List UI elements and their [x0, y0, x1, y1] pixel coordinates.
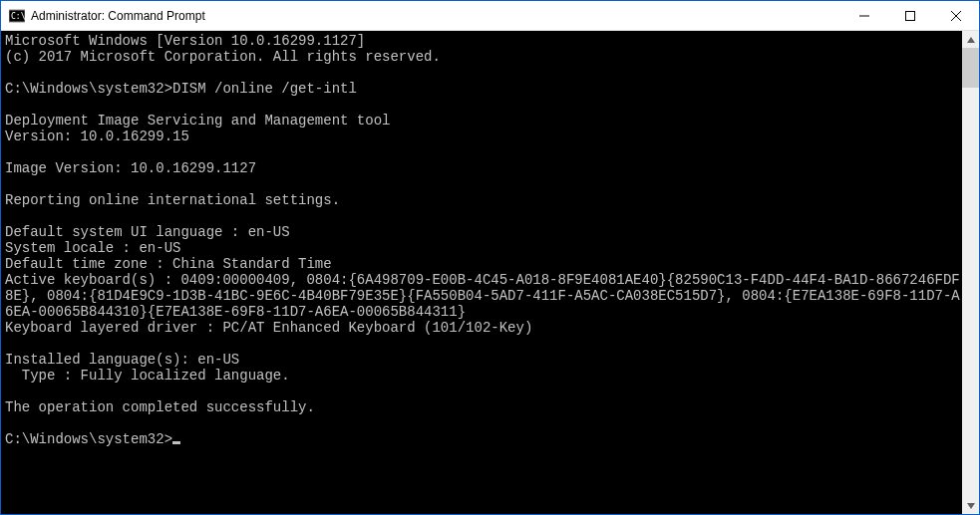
maximize-button[interactable]: [887, 1, 933, 30]
output-line: Reporting online international settings.: [5, 192, 340, 208]
output-line: Type : Fully localized language.: [5, 368, 290, 384]
content-area: Microsoft Windows [Version 10.0.16299.11…: [1, 31, 979, 514]
scroll-thumb[interactable]: [962, 48, 979, 88]
output-line: The operation completed successfully.: [5, 399, 315, 415]
svg-marker-6: [967, 37, 975, 43]
window-titlebar[interactable]: C:\ Administrator: Command Prompt: [1, 1, 979, 31]
prompt-path: C:\Windows\system32>: [5, 81, 172, 97]
output-line: System locale : en-US: [5, 240, 180, 256]
output-line: Default system UI language : en-US: [5, 224, 290, 240]
window-title: Administrator: Command Prompt: [31, 9, 841, 23]
window-controls: [841, 1, 979, 30]
svg-rect-3: [906, 11, 915, 20]
output-line: (c) 2017 Microsoft Corporation. All righ…: [5, 49, 441, 65]
command-input: DISM /online /get-intl: [172, 81, 357, 97]
svg-text:C:\: C:\: [11, 12, 25, 21]
output-line: Deployment Image Servicing and Managemen…: [5, 113, 390, 129]
prompt-path: C:\Windows\system32>: [5, 431, 172, 447]
close-button[interactable]: [933, 1, 979, 30]
output-line: Keyboard layered driver : PC/AT Enhanced…: [5, 320, 532, 336]
output-line: Image Version: 10.0.16299.1127: [5, 160, 256, 176]
terminal-output[interactable]: Microsoft Windows [Version 10.0.16299.11…: [1, 31, 962, 514]
scroll-up-button[interactable]: [962, 31, 979, 48]
output-line: Default time zone : China Standard Time: [5, 256, 332, 272]
terminal-cursor: [172, 441, 180, 444]
scroll-down-button[interactable]: [962, 497, 979, 514]
minimize-button[interactable]: [841, 1, 887, 30]
output-line: Version: 10.0.16299.15: [5, 129, 189, 144]
output-line: Installed language(s): en-US: [5, 352, 239, 368]
svg-marker-7: [967, 503, 975, 509]
cmd-icon: C:\: [9, 8, 25, 24]
output-line: Active keyboard(s) : 0409:00000409, 0804…: [5, 272, 960, 320]
output-line: Microsoft Windows [Version 10.0.16299.11…: [5, 33, 365, 49]
vertical-scrollbar[interactable]: [962, 31, 979, 514]
